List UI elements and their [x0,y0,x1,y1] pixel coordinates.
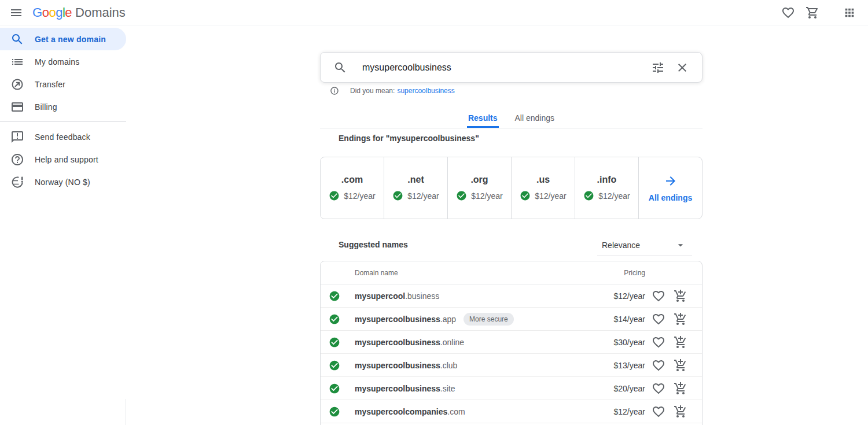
row-actions: $12/year [605,289,702,303]
sidebar-nav: Get a new domain My domains Transfer Bil… [0,25,126,193]
add-shopping-cart-icon [674,312,687,326]
did-you-mean-suggestion-link[interactable]: supercoolbusiness [397,87,454,95]
ending-tld: .info [597,175,617,185]
row-actions: $30/year [605,335,702,349]
domain-name: mysupercoolbusiness.online [355,338,464,347]
search-filters-button[interactable] [649,58,667,77]
heart-icon [652,312,665,326]
ending-price-row: $12/year [392,190,439,201]
clear-search-button[interactable] [673,58,692,77]
table-row[interactable]: mysupercoolbusiness.app More secure $14/… [321,308,702,331]
domain-tld: .online [440,338,464,347]
app-header: Google Domains [0,0,868,25]
table-row[interactable]: mysupercoolbusiness.club $13/year [321,354,702,377]
add-to-cart-button[interactable] [674,312,687,326]
sidebar-item-label: Get a new domain [35,35,106,44]
help-icon [10,153,24,167]
sidebar-item-get-a-new-domain[interactable]: Get a new domain [0,28,126,50]
favorite-domain-button[interactable] [652,289,665,303]
available-check-icon [583,190,594,201]
cart-button[interactable] [801,1,824,24]
header-actions [777,1,868,24]
menu-icon [9,6,23,20]
tab-all-endings[interactable]: All endings [514,110,556,128]
sidebar-item-region-currency[interactable]: Norway (NO $) [0,171,126,193]
ending-price-row: $12/year [583,190,630,201]
favorite-domain-button[interactable] [652,312,665,326]
domain-price: $30/year [605,338,645,347]
available-check-icon [392,190,403,201]
ending-tld: .org [470,175,488,185]
add-shopping-cart-icon [674,359,687,372]
google-domains-logo[interactable]: Google Domains [32,5,126,20]
ending-option[interactable]: .us $12/year [512,157,575,219]
domain-search-input[interactable] [362,62,649,73]
domain-name: mysupercoolbusiness.site [355,384,455,393]
favorite-domain-button[interactable] [652,405,665,419]
domain-tld: .business [405,291,439,301]
arrow-forward-icon [664,174,678,188]
sidebar-item-my-domains[interactable]: My domains [0,50,126,73]
favorite-domain-button[interactable] [652,335,665,349]
suggested-names-table: Domain name Pricing mysupercool.business… [320,261,703,425]
sort-selected-value: Relevance [602,241,640,250]
ending-price: $12/year [471,191,502,201]
heart-icon [652,359,665,372]
domain-sld: mysupercool [355,291,405,301]
available-check-icon [329,406,340,417]
domain-name: mysupercoolbusiness.app [355,315,456,324]
sidebar-item-help-and-support[interactable]: Help and support [0,148,126,171]
domain-tld: .club [440,361,458,370]
ending-tld: .com [341,175,363,185]
sidebar-item-transfer[interactable]: Transfer [0,73,126,95]
tab-results[interactable]: Results [467,110,499,128]
domain-price: $20/year [605,384,645,393]
suggested-names-title: Suggested names [339,240,408,249]
all-endings-cell[interactable]: All endings [639,157,702,219]
ending-price: $12/year [344,191,375,201]
sidebar-item-send-feedback[interactable]: Send feedback [0,125,126,148]
info-icon [330,86,339,95]
tune-icon [651,61,665,75]
ending-option[interactable]: .info $12/year [575,157,639,219]
domain-name: mysupercoolcompanies.com [355,407,465,416]
google-apps-button[interactable] [838,1,861,24]
ending-option[interactable]: .org $12/year [448,157,512,219]
favorite-domain-button[interactable] [652,382,665,396]
domain-tld: .app [440,315,456,324]
ending-tld: .us [536,175,550,185]
add-to-cart-button[interactable] [674,382,687,396]
domain-sld: mysupercoolbusiness [355,338,440,347]
domain-search-box [320,52,703,83]
domain-sld: mysupercoolbusiness [355,315,440,324]
table-row[interactable]: mysupercoolcompanies.com $12/year [321,400,702,423]
did-you-mean-label: Did you mean: [350,87,395,95]
sidebar-item-billing[interactable]: Billing [0,95,126,118]
available-check-icon [329,313,340,325]
table-row[interactable]: mysupercoolbusiness.site $20/year [321,377,702,400]
table-row[interactable]: mysupercoolbusiness.online $30/year [321,331,702,354]
ending-option[interactable]: .net $12/year [384,157,448,219]
add-to-cart-button[interactable] [674,405,687,419]
ending-price-row: $12/year [456,190,502,201]
available-check-icon [329,360,340,371]
ending-option[interactable]: .com $12/year [321,157,384,219]
favorites-button[interactable] [777,1,800,24]
menu-button[interactable] [5,1,28,24]
google-logo-word: Google [32,5,72,20]
favorite-domain-button[interactable] [652,359,665,372]
sort-dropdown[interactable]: Relevance [597,235,692,256]
heart-icon [652,289,665,303]
table-row[interactable]: mysupercool.business $12/year [321,284,702,308]
add-to-cart-button[interactable] [674,289,687,303]
results-tabs: Results All endings [320,110,703,128]
all-endings-link: All endings [649,193,692,202]
close-icon [675,61,689,75]
domain-sld: mysupercoolbusiness [355,361,440,370]
sidebar-divider [0,121,126,122]
domain-price: $14/year [605,315,645,324]
domain-name: mysupercool.business [355,291,439,301]
row-actions: $14/year [605,312,702,326]
add-to-cart-button[interactable] [674,359,687,372]
add-to-cart-button[interactable] [674,335,687,349]
